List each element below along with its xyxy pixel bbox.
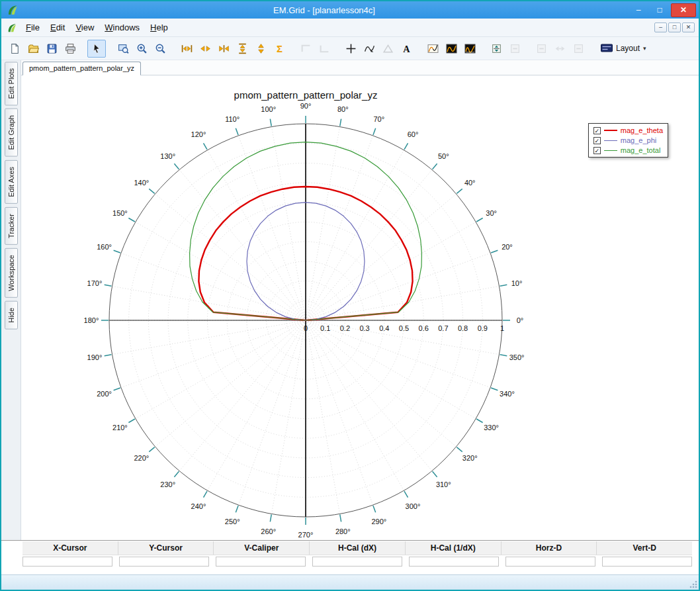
title-bar: EM.Grid - [planarlesson4c] – □ ✕ bbox=[1, 1, 699, 19]
open-file-button[interactable] bbox=[24, 40, 42, 58]
angle-tick bbox=[236, 506, 238, 512]
menu-file[interactable]: File bbox=[21, 20, 45, 35]
new-document-button[interactable] bbox=[5, 40, 24, 58]
readout-value-h-cal-dx[interactable] bbox=[312, 557, 402, 567]
radial-label: 0.6 bbox=[419, 324, 429, 332]
sidebar-tab-edit-graph[interactable]: Edit Graph bbox=[5, 109, 18, 157]
radial-label: 0.7 bbox=[438, 324, 448, 332]
print-button[interactable] bbox=[61, 40, 79, 58]
pattern-plot-dark-2-icon bbox=[464, 43, 476, 54]
expand-horizontal-icon bbox=[181, 43, 193, 54]
layout-menu-button[interactable]: Layout▾ bbox=[595, 40, 652, 58]
grid-spoke bbox=[306, 169, 432, 320]
radial-label: 1 bbox=[500, 324, 504, 332]
legend-checkbox-mag_e_phi[interactable]: ✓ bbox=[593, 137, 601, 144]
zoom-window-icon bbox=[118, 43, 129, 54]
sidebar-tab-edit-plots[interactable]: Edit Plots bbox=[5, 62, 18, 105]
edge-tool-right-button bbox=[315, 40, 333, 58]
sidebar-tab-edit-axes[interactable]: Edit Axes bbox=[5, 160, 18, 204]
trace-curve-button[interactable] bbox=[360, 40, 378, 58]
expand-vertical-button[interactable] bbox=[233, 40, 251, 58]
pan-horizontal-icon bbox=[200, 43, 211, 54]
menu-view[interactable]: View bbox=[70, 20, 99, 35]
grid-spoke bbox=[271, 320, 306, 514]
minimize-button[interactable]: – bbox=[629, 4, 648, 17]
readout-value-x-cursor[interactable] bbox=[22, 557, 112, 567]
add-text-button[interactable]: A bbox=[397, 40, 416, 58]
angle-label: 250° bbox=[225, 518, 240, 525]
grid-spoke bbox=[179, 320, 306, 471]
pattern-plot-light-button[interactable] bbox=[423, 40, 442, 58]
menu-windows[interactable]: Windows bbox=[99, 20, 145, 35]
maximize-button[interactable]: □ bbox=[650, 4, 670, 17]
legend-line-sample-mag_e_theta bbox=[604, 130, 617, 131]
grid-spoke bbox=[306, 150, 404, 320]
grid-spoke bbox=[306, 320, 404, 490]
readout-value-horz-d[interactable] bbox=[505, 557, 595, 567]
pan-vertical-icon bbox=[255, 43, 267, 54]
angle-label: 110° bbox=[225, 115, 240, 123]
mdi-document-icon[interactable] bbox=[7, 23, 17, 33]
legend-checkbox-mag_e_total[interactable]: ✓ bbox=[593, 147, 601, 154]
readout-value-y-cursor[interactable] bbox=[119, 557, 209, 567]
angle-label: 260° bbox=[261, 527, 276, 535]
edge-tool-left-button bbox=[296, 40, 315, 58]
pan-vertical-button[interactable] bbox=[251, 40, 270, 58]
legend-label-mag_e_phi: mag_e_phi bbox=[621, 136, 656, 144]
autoscale-sum-button[interactable]: Σ bbox=[270, 40, 288, 58]
pattern-plot-dark-2-button[interactable] bbox=[460, 40, 479, 58]
angle-tick bbox=[373, 506, 376, 512]
angle-tick bbox=[404, 143, 408, 150]
grid-spoke bbox=[136, 222, 306, 321]
radial-label: 0 bbox=[304, 324, 308, 332]
angle-label: 160° bbox=[97, 243, 112, 251]
mdi-close-button[interactable]: ✕ bbox=[682, 23, 695, 32]
menu-help[interactable]: Help bbox=[145, 20, 173, 35]
expand-horizontal-button[interactable] bbox=[177, 40, 196, 58]
pattern-plot-dark-icon bbox=[446, 43, 457, 54]
sidebar-tab-hide[interactable]: Hide bbox=[5, 301, 18, 330]
angle-label: 20° bbox=[502, 243, 513, 251]
pointer-select-button[interactable] bbox=[87, 40, 106, 58]
angle-label: 80° bbox=[337, 105, 349, 113]
pan-horizontal-button[interactable] bbox=[196, 40, 214, 58]
document-tab[interactable]: pmom_pattern_pattern_polar_yz bbox=[22, 62, 141, 75]
save-file-button[interactable] bbox=[42, 40, 61, 58]
caret-down-icon: ▾ bbox=[643, 45, 646, 52]
grid-spoke bbox=[306, 194, 457, 320]
readout-value-h-cal-1-dx[interactable] bbox=[409, 557, 499, 567]
legend-checkbox-mag_e_theta[interactable]: ✓ bbox=[593, 127, 601, 134]
angle-label: 70° bbox=[373, 115, 384, 123]
fit-plot-vertical-button[interactable] bbox=[487, 40, 505, 58]
autoscale-sum-icon: Σ bbox=[274, 43, 285, 54]
menu-edit[interactable]: Edit bbox=[45, 20, 70, 35]
angle-tick bbox=[174, 163, 179, 169]
zoom-out-button[interactable] bbox=[151, 40, 169, 58]
close-button[interactable]: ✕ bbox=[671, 3, 696, 17]
legend-entry-mag_e_theta: ✓mag_e_theta bbox=[593, 126, 663, 134]
zoom-in-button[interactable] bbox=[132, 40, 151, 58]
zoom-window-button[interactable] bbox=[114, 40, 132, 58]
angle-label: 10° bbox=[511, 279, 523, 287]
readout-value-v-caliper[interactable] bbox=[216, 557, 306, 567]
mdi-minimize-button[interactable]: – bbox=[654, 23, 667, 32]
crosshair-button[interactable] bbox=[341, 40, 360, 58]
pattern-plot-dark-button[interactable] bbox=[442, 40, 460, 58]
readout-value-vert-d[interactable] bbox=[602, 557, 692, 567]
layout-menu-icon bbox=[601, 44, 613, 53]
radial-label: 0.1 bbox=[320, 324, 330, 332]
menu-bar: FileEditViewWindowsHelp – □ ✕ bbox=[1, 19, 699, 37]
sidebar-tab-tracker[interactable]: Tracker bbox=[5, 207, 18, 245]
angle-tick bbox=[105, 285, 112, 286]
grid-spoke bbox=[306, 320, 373, 505]
fit-horizontal-button[interactable] bbox=[214, 40, 233, 58]
angle-tick bbox=[500, 355, 507, 356]
angle-tick bbox=[340, 514, 341, 522]
readout-header-vert-d: Vert-D bbox=[596, 541, 692, 555]
angle-tick bbox=[457, 447, 462, 452]
sidebar-tab-workspace[interactable]: Workspace bbox=[5, 248, 18, 298]
mdi-window-controls: – □ ✕ bbox=[654, 23, 696, 32]
resize-grip[interactable] bbox=[688, 579, 697, 588]
mdi-restore-button[interactable]: □ bbox=[668, 23, 681, 32]
angle-tick bbox=[149, 189, 154, 193]
